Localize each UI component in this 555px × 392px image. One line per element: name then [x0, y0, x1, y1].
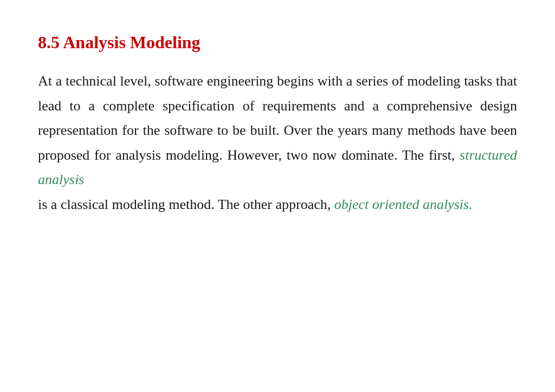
page-container: 8.5 Analysis Modeling At a technical lev…	[0, 0, 555, 392]
body-paragraph: At a technical level, software engineeri…	[38, 69, 517, 217]
paragraph-middle-text: is a classical modeling method. The othe…	[38, 197, 331, 212]
paragraph-main-text: At a technical level, software engineeri…	[38, 73, 517, 163]
link-object-oriented[interactable]: object oriented analysis.	[334, 197, 473, 212]
section-heading: 8.5 Analysis Modeling	[38, 32, 517, 53]
